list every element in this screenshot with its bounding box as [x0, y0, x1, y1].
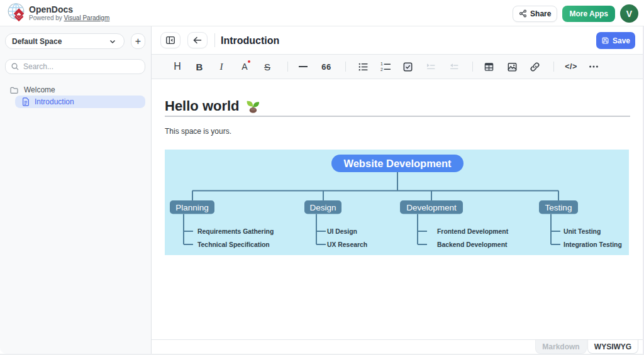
svg-text:Website Development: Website Development	[343, 158, 452, 169]
svg-text:Frontend Development: Frontend Development	[437, 228, 509, 235]
svg-text:Planning: Planning	[175, 203, 209, 212]
svg-text:Unit Testing: Unit Testing	[564, 228, 601, 235]
svg-text:Technical Specification: Technical Specification	[197, 241, 270, 248]
svg-text:2: 2	[380, 67, 383, 71]
svg-text:Requirements Gathering: Requirements Gathering	[197, 228, 274, 235]
svg-text:Development: Development	[406, 203, 457, 212]
svg-text:Design: Design	[309, 203, 336, 212]
svg-text:UI Design: UI Design	[327, 228, 357, 235]
svg-text:Backend Development: Backend Development	[437, 241, 508, 248]
svg-text:1: 1	[380, 62, 383, 66]
svg-text:UX Research: UX Research	[327, 241, 367, 248]
svg-text:Testing: Testing	[545, 203, 572, 212]
svg-text:Integration Testing: Integration Testing	[564, 241, 622, 248]
